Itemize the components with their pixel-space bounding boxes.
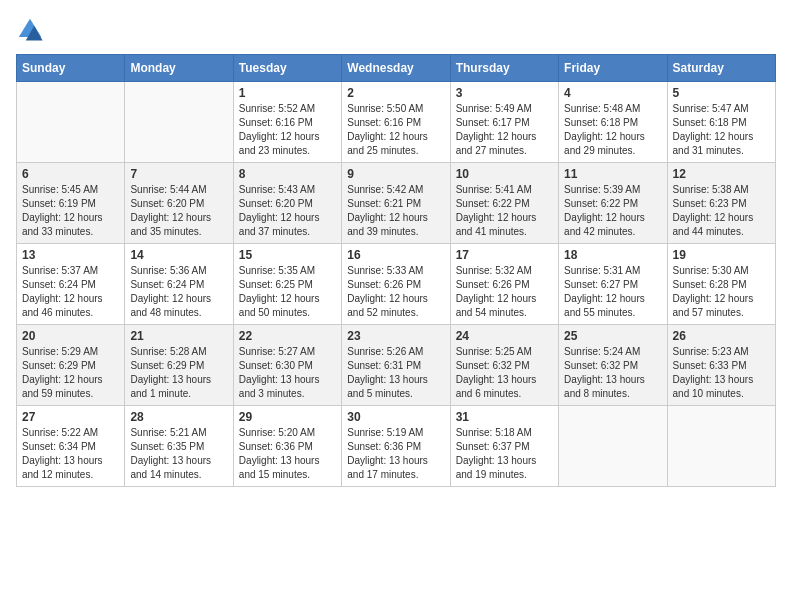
day-number: 29 [239, 410, 336, 424]
day-cell: 23Sunrise: 5:26 AM Sunset: 6:31 PM Dayli… [342, 325, 450, 406]
day-number: 16 [347, 248, 444, 262]
day-cell: 1Sunrise: 5:52 AM Sunset: 6:16 PM Daylig… [233, 82, 341, 163]
day-number: 6 [22, 167, 119, 181]
day-cell: 2Sunrise: 5:50 AM Sunset: 6:16 PM Daylig… [342, 82, 450, 163]
day-cell: 21Sunrise: 5:28 AM Sunset: 6:29 PM Dayli… [125, 325, 233, 406]
column-header-thursday: Thursday [450, 55, 558, 82]
day-info: Sunrise: 5:33 AM Sunset: 6:26 PM Dayligh… [347, 264, 444, 320]
day-number: 14 [130, 248, 227, 262]
day-number: 27 [22, 410, 119, 424]
day-info: Sunrise: 5:50 AM Sunset: 6:16 PM Dayligh… [347, 102, 444, 158]
day-info: Sunrise: 5:27 AM Sunset: 6:30 PM Dayligh… [239, 345, 336, 401]
day-info: Sunrise: 5:38 AM Sunset: 6:23 PM Dayligh… [673, 183, 770, 239]
day-info: Sunrise: 5:47 AM Sunset: 6:18 PM Dayligh… [673, 102, 770, 158]
day-cell: 27Sunrise: 5:22 AM Sunset: 6:34 PM Dayli… [17, 406, 125, 487]
day-number: 30 [347, 410, 444, 424]
day-cell: 3Sunrise: 5:49 AM Sunset: 6:17 PM Daylig… [450, 82, 558, 163]
day-number: 12 [673, 167, 770, 181]
day-number: 20 [22, 329, 119, 343]
day-number: 22 [239, 329, 336, 343]
page-header [16, 16, 776, 44]
day-cell: 22Sunrise: 5:27 AM Sunset: 6:30 PM Dayli… [233, 325, 341, 406]
day-cell: 9Sunrise: 5:42 AM Sunset: 6:21 PM Daylig… [342, 163, 450, 244]
day-cell: 25Sunrise: 5:24 AM Sunset: 6:32 PM Dayli… [559, 325, 667, 406]
header-row: SundayMondayTuesdayWednesdayThursdayFrid… [17, 55, 776, 82]
column-header-sunday: Sunday [17, 55, 125, 82]
day-number: 31 [456, 410, 553, 424]
day-cell: 17Sunrise: 5:32 AM Sunset: 6:26 PM Dayli… [450, 244, 558, 325]
day-cell: 8Sunrise: 5:43 AM Sunset: 6:20 PM Daylig… [233, 163, 341, 244]
day-number: 3 [456, 86, 553, 100]
day-info: Sunrise: 5:25 AM Sunset: 6:32 PM Dayligh… [456, 345, 553, 401]
day-info: Sunrise: 5:48 AM Sunset: 6:18 PM Dayligh… [564, 102, 661, 158]
day-cell: 11Sunrise: 5:39 AM Sunset: 6:22 PM Dayli… [559, 163, 667, 244]
day-info: Sunrise: 5:32 AM Sunset: 6:26 PM Dayligh… [456, 264, 553, 320]
day-cell: 13Sunrise: 5:37 AM Sunset: 6:24 PM Dayli… [17, 244, 125, 325]
day-info: Sunrise: 5:28 AM Sunset: 6:29 PM Dayligh… [130, 345, 227, 401]
day-number: 26 [673, 329, 770, 343]
day-cell: 10Sunrise: 5:41 AM Sunset: 6:22 PM Dayli… [450, 163, 558, 244]
day-number: 8 [239, 167, 336, 181]
day-cell: 7Sunrise: 5:44 AM Sunset: 6:20 PM Daylig… [125, 163, 233, 244]
day-number: 18 [564, 248, 661, 262]
day-number: 7 [130, 167, 227, 181]
day-cell: 31Sunrise: 5:18 AM Sunset: 6:37 PM Dayli… [450, 406, 558, 487]
day-number: 28 [130, 410, 227, 424]
week-row-5: 27Sunrise: 5:22 AM Sunset: 6:34 PM Dayli… [17, 406, 776, 487]
day-number: 24 [456, 329, 553, 343]
column-header-friday: Friday [559, 55, 667, 82]
day-cell [559, 406, 667, 487]
week-row-4: 20Sunrise: 5:29 AM Sunset: 6:29 PM Dayli… [17, 325, 776, 406]
day-info: Sunrise: 5:45 AM Sunset: 6:19 PM Dayligh… [22, 183, 119, 239]
day-cell: 26Sunrise: 5:23 AM Sunset: 6:33 PM Dayli… [667, 325, 775, 406]
day-cell: 15Sunrise: 5:35 AM Sunset: 6:25 PM Dayli… [233, 244, 341, 325]
day-cell: 30Sunrise: 5:19 AM Sunset: 6:36 PM Dayli… [342, 406, 450, 487]
week-row-3: 13Sunrise: 5:37 AM Sunset: 6:24 PM Dayli… [17, 244, 776, 325]
column-header-wednesday: Wednesday [342, 55, 450, 82]
day-number: 19 [673, 248, 770, 262]
day-number: 10 [456, 167, 553, 181]
day-info: Sunrise: 5:19 AM Sunset: 6:36 PM Dayligh… [347, 426, 444, 482]
day-info: Sunrise: 5:44 AM Sunset: 6:20 PM Dayligh… [130, 183, 227, 239]
day-cell: 14Sunrise: 5:36 AM Sunset: 6:24 PM Dayli… [125, 244, 233, 325]
day-number: 4 [564, 86, 661, 100]
day-cell [667, 406, 775, 487]
logo-icon [16, 16, 44, 44]
logo [16, 16, 50, 44]
day-info: Sunrise: 5:37 AM Sunset: 6:24 PM Dayligh… [22, 264, 119, 320]
day-info: Sunrise: 5:18 AM Sunset: 6:37 PM Dayligh… [456, 426, 553, 482]
day-info: Sunrise: 5:24 AM Sunset: 6:32 PM Dayligh… [564, 345, 661, 401]
day-cell: 28Sunrise: 5:21 AM Sunset: 6:35 PM Dayli… [125, 406, 233, 487]
day-info: Sunrise: 5:31 AM Sunset: 6:27 PM Dayligh… [564, 264, 661, 320]
day-number: 1 [239, 86, 336, 100]
day-number: 15 [239, 248, 336, 262]
day-info: Sunrise: 5:30 AM Sunset: 6:28 PM Dayligh… [673, 264, 770, 320]
day-cell: 4Sunrise: 5:48 AM Sunset: 6:18 PM Daylig… [559, 82, 667, 163]
day-number: 9 [347, 167, 444, 181]
day-number: 2 [347, 86, 444, 100]
day-cell: 18Sunrise: 5:31 AM Sunset: 6:27 PM Dayli… [559, 244, 667, 325]
day-cell: 6Sunrise: 5:45 AM Sunset: 6:19 PM Daylig… [17, 163, 125, 244]
day-number: 25 [564, 329, 661, 343]
day-info: Sunrise: 5:20 AM Sunset: 6:36 PM Dayligh… [239, 426, 336, 482]
column-header-tuesday: Tuesday [233, 55, 341, 82]
day-info: Sunrise: 5:35 AM Sunset: 6:25 PM Dayligh… [239, 264, 336, 320]
calendar-table: SundayMondayTuesdayWednesdayThursdayFrid… [16, 54, 776, 487]
day-info: Sunrise: 5:36 AM Sunset: 6:24 PM Dayligh… [130, 264, 227, 320]
day-number: 23 [347, 329, 444, 343]
day-cell: 12Sunrise: 5:38 AM Sunset: 6:23 PM Dayli… [667, 163, 775, 244]
day-number: 21 [130, 329, 227, 343]
day-cell: 24Sunrise: 5:25 AM Sunset: 6:32 PM Dayli… [450, 325, 558, 406]
day-info: Sunrise: 5:52 AM Sunset: 6:16 PM Dayligh… [239, 102, 336, 158]
day-number: 11 [564, 167, 661, 181]
column-header-monday: Monday [125, 55, 233, 82]
day-info: Sunrise: 5:21 AM Sunset: 6:35 PM Dayligh… [130, 426, 227, 482]
day-number: 13 [22, 248, 119, 262]
day-info: Sunrise: 5:22 AM Sunset: 6:34 PM Dayligh… [22, 426, 119, 482]
day-info: Sunrise: 5:29 AM Sunset: 6:29 PM Dayligh… [22, 345, 119, 401]
day-number: 17 [456, 248, 553, 262]
day-cell: 16Sunrise: 5:33 AM Sunset: 6:26 PM Dayli… [342, 244, 450, 325]
day-cell: 5Sunrise: 5:47 AM Sunset: 6:18 PM Daylig… [667, 82, 775, 163]
day-cell [125, 82, 233, 163]
day-info: Sunrise: 5:39 AM Sunset: 6:22 PM Dayligh… [564, 183, 661, 239]
